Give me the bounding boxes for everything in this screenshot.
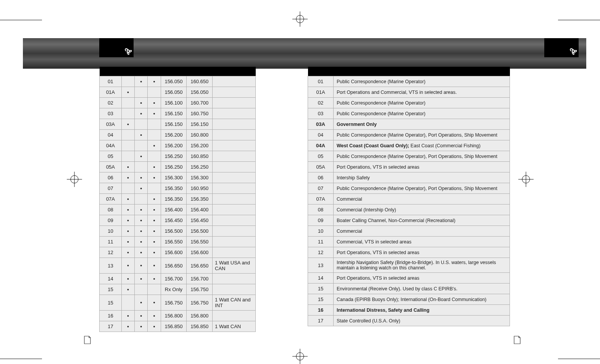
- channel-cell: 15: [100, 295, 122, 311]
- table-row: 11Commercial, VTS in selected areas: [308, 237, 510, 247]
- description-cell: Public Correspondence (Marine Operator),…: [334, 151, 510, 162]
- description-table-container: 01Public Correspondence (Marine Operator…: [308, 67, 510, 326]
- flag-cell: •: [121, 258, 134, 274]
- table-row: 04•156.200160.800: [100, 130, 256, 140]
- channel-cell: 15: [308, 283, 334, 294]
- flag-cell: •: [148, 140, 161, 151]
- channel-cell: 15: [100, 284, 122, 295]
- channel-cell: 09: [308, 215, 334, 226]
- channel-cell: 05A: [308, 162, 334, 172]
- table-row: 04A•156.200156.200: [100, 140, 256, 151]
- table-row: 05Public Correspondence (Marine Operator…: [308, 151, 510, 162]
- note-cell: [213, 205, 256, 215]
- table-row: 01Public Correspondence (Marine Operator…: [308, 76, 510, 87]
- flag-cell: [135, 119, 148, 130]
- channel-cell: 09: [100, 215, 122, 226]
- channel-cell: 01: [308, 76, 334, 87]
- freq-cell: 156.200: [161, 130, 187, 140]
- note-cell: 1 Watt CAN and INT: [213, 295, 256, 311]
- flag-cell: [148, 183, 161, 194]
- registration-mark-icon: [292, 349, 308, 364]
- channel-cell: 14: [100, 274, 122, 284]
- crop-mark: [558, 20, 600, 20]
- channel-cell: 04: [100, 130, 122, 140]
- description-cell: Commercial (Intership Only): [334, 205, 510, 215]
- flag-cell: [135, 162, 148, 172]
- flag-cell: •: [148, 321, 161, 332]
- note-cell: [213, 76, 256, 87]
- description-cell: Intership Safety: [334, 172, 510, 183]
- channel-cell: 06: [308, 172, 334, 183]
- freq-cell: 156.550: [187, 237, 213, 247]
- table-row: 03AGovernment Only: [308, 119, 510, 130]
- channel-cell: 01A: [100, 87, 122, 98]
- table-row: 01••156.050160.650: [100, 76, 256, 87]
- channel-cell: 17: [100, 321, 122, 332]
- freq-cell: 156.500: [161, 226, 187, 237]
- table-row: 08•••156.400156.400: [100, 205, 256, 215]
- freq-cell: 156.050: [187, 87, 213, 98]
- freq-cell: 156.700: [161, 274, 187, 284]
- flag-cell: •: [148, 295, 161, 311]
- freq-cell: 160.700: [187, 98, 213, 108]
- note-cell: [213, 274, 256, 284]
- flag-cell: •: [121, 205, 134, 215]
- flag-cell: •: [135, 108, 148, 119]
- description-cell: Public Correspondence (Marine Operator),…: [334, 130, 510, 140]
- freq-cell: 156.200: [161, 140, 187, 151]
- channel-cell: 11: [100, 237, 122, 247]
- note-cell: [213, 87, 256, 98]
- channel-cell: 08: [308, 205, 334, 215]
- channel-cell: 05: [308, 151, 334, 162]
- freq-cell: 156.800: [161, 311, 187, 321]
- svg-point-12: [127, 50, 129, 52]
- channel-cell: 14: [308, 273, 334, 283]
- channel-cell: 03: [100, 108, 122, 119]
- table-row: 14Port Operations, VTS in selected areas: [308, 273, 510, 283]
- table-row: 06•••156.300156.300: [100, 172, 256, 183]
- freq-cell: 156.300: [161, 172, 187, 183]
- description-cell: Boater Calling Channel, Non-Commercial (…: [334, 215, 510, 226]
- channel-cell: 03A: [100, 119, 122, 130]
- channel-cell: 12: [100, 247, 122, 258]
- channel-cell: 10: [308, 226, 334, 237]
- freq-cell: 156.450: [161, 215, 187, 226]
- freq-cell: 156.550: [161, 237, 187, 247]
- flag-cell: [148, 87, 161, 98]
- description-cell: Government Only: [334, 119, 510, 130]
- table-row: 10•••156.500156.500: [100, 226, 256, 237]
- note-cell: [213, 311, 256, 321]
- header-band: [281, 38, 586, 69]
- flag-cell: •: [135, 98, 148, 108]
- channel-cell: 07A: [100, 194, 122, 205]
- freq-cell: 160.800: [187, 130, 213, 140]
- freq-cell: 156.250: [161, 151, 187, 162]
- flag-cell: •: [148, 226, 161, 237]
- flag-cell: [148, 151, 161, 162]
- description-cell: Commercial, VTS in selected areas: [334, 237, 510, 247]
- description-cell: Port Operations and Commercial, VTS in s…: [334, 87, 510, 98]
- table-row: 05APort Operations, VTS in selected area…: [308, 162, 510, 172]
- table-row: 13Intership Navigation Safety (Bridge-to…: [308, 258, 510, 273]
- frequency-table: 01••156.050160.65001A•156.050156.05002••…: [99, 67, 256, 332]
- note-cell: [213, 215, 256, 226]
- flag-cell: •: [135, 151, 148, 162]
- flag-cell: •: [148, 274, 161, 284]
- freq-cell: 156.300: [187, 172, 213, 183]
- channel-cell: 16: [308, 305, 334, 316]
- freq-cell: 160.750: [187, 108, 213, 119]
- freq-cell: 160.650: [187, 76, 213, 87]
- note-cell: [213, 237, 256, 247]
- svg-point-13: [572, 50, 574, 52]
- freq-cell: 156.250: [187, 162, 213, 172]
- table-row: 09Boater Calling Channel, Non-Commercial…: [308, 215, 510, 226]
- description-cell: State Controlled (U.S.A. Only): [334, 316, 510, 326]
- flag-cell: •: [148, 98, 161, 108]
- channel-cell: 10: [100, 226, 122, 237]
- flag-cell: •: [121, 311, 134, 321]
- channel-cell: 13: [308, 258, 334, 273]
- flag-cell: •: [148, 76, 161, 87]
- description-cell: Commercial: [334, 226, 510, 237]
- flag-cell: •: [121, 162, 134, 172]
- flag-cell: •: [148, 258, 161, 274]
